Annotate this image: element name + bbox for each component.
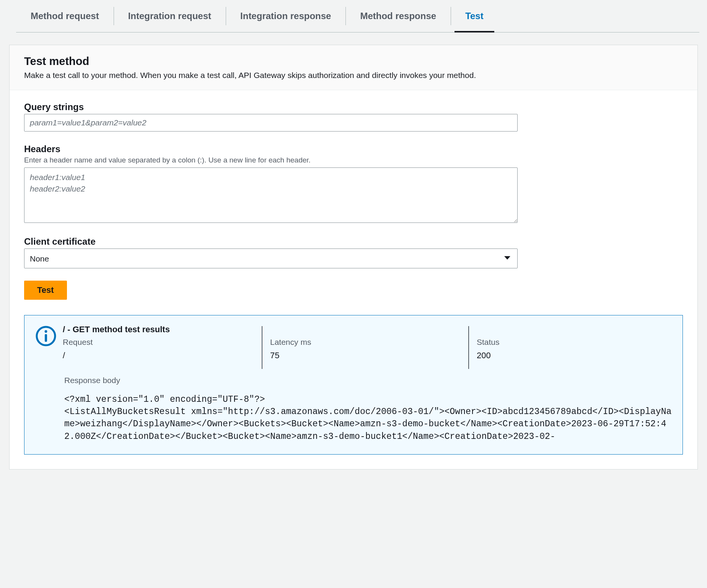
tab-integration-response[interactable]: Integration response	[226, 0, 345, 32]
field-headers: Headers Enter a header name and value se…	[24, 144, 683, 224]
tab-method-request[interactable]: Method request	[16, 0, 114, 32]
panel-header: Test method Make a test call to your met…	[10, 45, 697, 90]
result-title: / - GET method test results	[63, 325, 672, 335]
headers-textarea[interactable]	[24, 167, 518, 223]
response-body-label: Response body	[64, 376, 672, 385]
field-client-certificate: Client certificate None	[24, 236, 683, 268]
request-value: /	[63, 351, 239, 361]
tab-test[interactable]: Test	[451, 0, 498, 32]
latency-value: 75	[270, 351, 445, 361]
status-label: Status	[477, 338, 649, 347]
test-method-panel: Test method Make a test call to your met…	[9, 45, 698, 469]
query-strings-label: Query strings	[24, 102, 683, 112]
client-cert-select[interactable]: None	[24, 249, 518, 268]
tab-integration-request[interactable]: Integration request	[114, 0, 226, 32]
panel-title: Test method	[24, 55, 683, 68]
status-value: 200	[477, 351, 649, 361]
headers-label: Headers	[24, 144, 683, 154]
field-query-strings: Query strings	[24, 102, 683, 132]
result-col-request: Request /	[63, 338, 262, 365]
request-label: Request	[63, 338, 239, 347]
latency-label: Latency ms	[270, 338, 445, 347]
response-body-value: <?xml version="1.0" encoding="UTF-8"?> <…	[64, 393, 672, 443]
result-col-latency: Latency ms 75	[262, 338, 468, 365]
test-button[interactable]: Test	[24, 281, 67, 300]
tabs: Method request Integration request Integ…	[16, 0, 699, 32]
panel-body: Query strings Headers Enter a header nam…	[10, 90, 697, 469]
panel-description: Make a test call to your method. When yo…	[24, 71, 683, 80]
result-box: / - GET method test results Request / La…	[24, 315, 683, 455]
info-icon	[35, 325, 57, 348]
query-strings-input[interactable]	[24, 114, 518, 132]
tab-method-response[interactable]: Method response	[345, 0, 451, 32]
result-summary: Request / Latency ms 75 Status 200	[63, 338, 672, 365]
svg-rect-2	[45, 334, 47, 342]
response-body-section: Response body <?xml version="1.0" encodi…	[64, 376, 672, 443]
client-cert-label: Client certificate	[24, 236, 683, 247]
client-cert-select-wrap: None	[24, 249, 518, 268]
headers-help: Enter a header name and value separated …	[24, 156, 683, 164]
result-col-status: Status 200	[468, 338, 672, 365]
svg-point-1	[45, 330, 47, 333]
